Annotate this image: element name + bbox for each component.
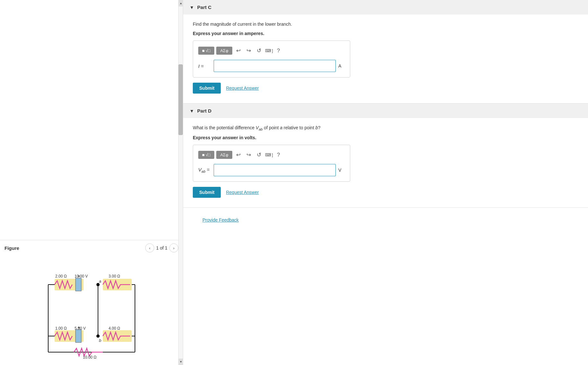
top-voltage-label: 10.00 V xyxy=(75,274,88,278)
part-c-unit: A xyxy=(338,63,345,68)
part-d-refresh-button[interactable]: ↺ xyxy=(255,150,263,160)
part-d-undo-button[interactable]: ↩ xyxy=(234,150,243,160)
part-d-unit: V xyxy=(338,168,345,173)
figure-content: + 2.00 Ω 10.00 V 3.00 Ω a + 1.00 Ω 5.00 … xyxy=(0,256,183,365)
right-panel: ▼ Part C Find the magnitude of current i… xyxy=(183,0,588,365)
svg-rect-15 xyxy=(76,330,81,342)
part-c-label: Part C xyxy=(197,5,211,10)
part-c-answer-box: ■ √□ AΣφ ↩ ↪ ↺ ⌨ xyxy=(193,41,350,78)
prev-figure-button[interactable]: ‹ xyxy=(145,243,154,252)
bottom-left-resistor-label: 1.00 Ω xyxy=(55,326,67,331)
right-top-resistor-label: 3.00 Ω xyxy=(109,274,120,278)
part-d-toolbar: ■ √□ AΣφ ↩ ↪ ↺ ⌨ xyxy=(198,150,345,160)
part-c-answer-input[interactable] xyxy=(214,60,336,72)
part-d-request-answer-button[interactable]: Request Answer xyxy=(226,190,259,195)
part-c-math-button[interactable]: ■ √□ xyxy=(198,47,214,55)
part-c-request-answer-button[interactable]: Request Answer xyxy=(226,86,259,91)
point-b-label: b xyxy=(99,338,101,343)
part-c-body: Find the magnitude of current in the low… xyxy=(183,14,588,103)
part-d-answer-input[interactable] xyxy=(214,164,336,176)
bottom-voltage-label: 5.00 V xyxy=(75,326,86,331)
part-d-keyboard-icon: ⌨ ] xyxy=(265,152,273,157)
figure-header: Figure ‹ 1 of 1 › xyxy=(0,240,183,256)
part-c-help-button[interactable]: ? xyxy=(275,46,282,55)
circuit-diagram: + 2.00 Ω 10.00 V 3.00 Ω a + 1.00 Ω 5.00 … xyxy=(4,259,178,365)
part-d-section: ▼ Part D What is the potential differenc… xyxy=(183,104,588,208)
part-c-header: ▼ Part C xyxy=(183,0,588,14)
part-d-collapse-arrow[interactable]: ▼ xyxy=(190,108,194,114)
feedback-section: Provide Feedback xyxy=(183,208,588,232)
part-d-help-button[interactable]: ? xyxy=(275,151,282,160)
right-bottom-resistor-label: 4.00 Ω xyxy=(109,326,120,331)
part-c-section: ▼ Part C Find the magnitude of current i… xyxy=(183,0,588,104)
figure-title: Figure xyxy=(4,245,19,251)
part-d-var: Vab xyxy=(256,125,263,130)
part-c-action-row: Submit Request Answer xyxy=(193,83,578,94)
math-icon-d: ■ xyxy=(202,152,205,157)
part-d-express: Express your answer in volts. xyxy=(193,135,578,140)
part-c-collapse-arrow[interactable]: ▼ xyxy=(190,5,194,10)
point-a-label: a xyxy=(99,279,101,284)
part-d-answer-box: ■ √□ AΣφ ↩ ↪ ↺ ⌨ xyxy=(193,145,350,182)
part-d-label: Part D xyxy=(197,108,211,114)
scroll-up-button[interactable]: ▲ xyxy=(179,0,183,6)
scroll-down-button[interactable]: ▼ xyxy=(179,359,183,365)
part-d-action-row: Submit Request Answer xyxy=(193,187,578,198)
circuit-svg: + 2.00 Ω 10.00 V 3.00 Ω a + 1.00 Ω 5.00 … xyxy=(29,259,154,362)
part-c-submit-button[interactable]: Submit xyxy=(193,83,221,94)
figure-nav: ‹ 1 of 1 › xyxy=(145,243,178,252)
part-d-input-label: Vab = xyxy=(198,167,211,173)
next-figure-button[interactable]: › xyxy=(169,243,178,252)
svg-rect-11 xyxy=(76,278,81,291)
left-panel: Figure ‹ 1 of 1 › xyxy=(0,0,183,365)
scroll-thumb[interactable] xyxy=(178,64,183,135)
part-c-keyboard-icon: ⌨ ] xyxy=(265,48,273,53)
provide-feedback-link[interactable]: Provide Feedback xyxy=(193,211,248,229)
part-c-question: Find the magnitude of current in the low… xyxy=(193,21,578,28)
part-d-body: What is the potential difference Vab of … xyxy=(183,118,588,207)
part-d-redo-button[interactable]: ↪ xyxy=(245,150,253,160)
part-c-redo-button[interactable]: ↪ xyxy=(245,46,253,55)
part-d-point-b: b xyxy=(316,125,318,130)
part-c-undo-button[interactable]: ↩ xyxy=(234,46,243,55)
part-c-express: Express your answer in amperes. xyxy=(193,31,578,36)
figure-count: 1 of 1 xyxy=(156,245,167,251)
bottom-resistor-label: 10.00 Ω xyxy=(83,355,96,360)
node-b xyxy=(96,334,100,338)
part-d-question: What is the potential difference Vab of … xyxy=(193,124,578,132)
part-d-submit-button[interactable]: Submit xyxy=(193,187,221,198)
part-c-toolbar: ■ √□ AΣφ ↩ ↪ ↺ ⌨ xyxy=(198,46,345,55)
part-d-symbol-button[interactable]: AΣφ xyxy=(216,151,232,159)
part-d-header: ▼ Part D xyxy=(183,104,588,118)
top-resistor-label: 2.00 Ω xyxy=(55,274,67,278)
part-c-refresh-button[interactable]: ↺ xyxy=(255,46,263,55)
part-d-point-a: a xyxy=(280,125,282,130)
part-c-input-label: I = xyxy=(198,63,211,69)
part-c-symbol-button[interactable]: AΣφ xyxy=(216,47,232,55)
part-c-input-row: I = A xyxy=(198,60,345,72)
scrollbar[interactable]: ▲ ▼ xyxy=(178,0,183,365)
part-d-math-button[interactable]: ■ √□ xyxy=(198,151,214,159)
math-icon: ■ xyxy=(202,48,205,53)
part-d-input-row: Vab = V xyxy=(198,164,345,176)
